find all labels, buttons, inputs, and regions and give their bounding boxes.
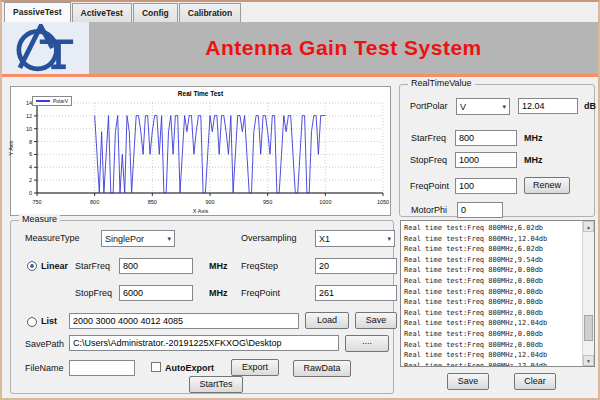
rtv-freqpoint-label: FreqPoint xyxy=(410,181,449,191)
oversampling-select[interactable]: X1 ▾ xyxy=(315,230,395,247)
tab-passivetest[interactable]: PassiveTest xyxy=(4,2,71,22)
autoexport-checkbox[interactable] xyxy=(151,362,161,372)
log-scrollbar[interactable]: ▲ ▼ xyxy=(582,221,594,366)
chart-panel: 7508008509009501000105002468101214 Real … xyxy=(10,86,391,216)
log-line: Real time test:Freq 800MHz,0.00db xyxy=(404,329,580,340)
starttest-button[interactable]: StartTes xyxy=(189,376,243,393)
log-line: Real time test:Freq 800MHz,0.00db xyxy=(404,297,580,308)
freqstep-field[interactable] xyxy=(315,258,397,274)
chart-y-axis-label: Y Axis xyxy=(8,140,14,155)
tab-activetest[interactable]: ActiveTest xyxy=(72,3,132,22)
tab-bar: PassiveTest ActiveTest Config Calibratio… xyxy=(2,2,598,22)
chevron-down-icon: ▾ xyxy=(164,235,174,243)
list-radio[interactable] xyxy=(27,317,37,327)
svg-text:850: 850 xyxy=(148,199,157,205)
measure-stopfreq-field[interactable] xyxy=(119,285,193,301)
tab-config[interactable]: Config xyxy=(133,3,178,22)
realtimevalue-group: RealTimeValue PortPolar V ▾ dB StarFreq … xyxy=(399,84,595,217)
portpolar-select[interactable]: V ▾ xyxy=(456,98,510,115)
chevron-down-icon: ▾ xyxy=(384,235,394,243)
rtv-starfreq-unit: MHz xyxy=(524,133,543,143)
svg-text:2: 2 xyxy=(29,177,32,183)
svg-text:4: 4 xyxy=(29,164,32,170)
measure-stopfreq-label: StopFreq xyxy=(75,288,112,298)
log-line: Real time test:Freq 800MHz,0.00db xyxy=(404,265,580,276)
rtv-freqpoint-field[interactable] xyxy=(455,178,517,194)
svg-text:12: 12 xyxy=(26,113,32,119)
app-title: Antenna Gain Test System xyxy=(205,36,482,60)
freqstep-label: FreqStep xyxy=(241,261,278,271)
svg-text:0: 0 xyxy=(29,190,32,196)
svg-text:8: 8 xyxy=(29,139,32,145)
oversampling-label: Oversampling xyxy=(241,233,297,243)
filename-field[interactable] xyxy=(69,360,135,376)
log-line: Real time test:Freq 800MHz,0.00db xyxy=(404,308,580,319)
measuretype-select[interactable]: SinglePor ▾ xyxy=(101,230,175,247)
log-line: Real time test:Freq 800MHz,12.04db xyxy=(404,350,580,361)
realtime-chart: 7508008509009501000105002468101214 xyxy=(11,87,390,215)
realtimevalue-group-label: RealTimeValue xyxy=(408,78,475,88)
log-save-button[interactable]: Save xyxy=(447,373,489,390)
measure-group: Measure MeasureType SinglePor ▾ Oversamp… xyxy=(10,220,394,394)
svg-text:800: 800 xyxy=(90,199,99,205)
log-line: Real time test:Freq 800MHz,0.00db xyxy=(404,340,580,351)
chart-legend: PolarV xyxy=(32,96,72,106)
log-clear-button[interactable]: Clear xyxy=(514,373,556,390)
rtv-starfreq-label: StarFreq xyxy=(411,133,446,143)
svg-text:1000: 1000 xyxy=(319,199,331,205)
log-line: Real time test:Freq 800MHz,6.02db xyxy=(404,223,580,234)
export-button[interactable]: Export xyxy=(231,359,279,376)
chart-x-axis-label: X Axis xyxy=(11,208,390,214)
rawdata-button[interactable]: RawData xyxy=(293,360,351,377)
svg-text:750: 750 xyxy=(32,199,41,205)
autoexport-label: AutoExport xyxy=(165,363,214,373)
list-load-button[interactable]: Load xyxy=(305,312,349,329)
log-panel: Real time test:Freq 800MHz,6.02dbReal ti… xyxy=(400,220,595,367)
measure-stopfreq-unit: MHz xyxy=(209,288,228,298)
measure-starfreq-field[interactable] xyxy=(119,258,193,274)
measuretype-value: SinglePor xyxy=(105,234,144,244)
svg-text:900: 900 xyxy=(205,199,214,205)
agt-logo-icon xyxy=(10,24,82,72)
renew-button[interactable]: Renew xyxy=(524,177,570,194)
accent-bar xyxy=(2,74,598,77)
list-freq-field[interactable] xyxy=(69,313,299,329)
portpolar-value: V xyxy=(460,102,466,112)
log-line: Real time test:Freq 800MHz,12.04db xyxy=(404,234,580,245)
tab-calibration[interactable]: Calibration xyxy=(179,3,241,22)
rtv-stopfreq-unit: MHz xyxy=(524,155,543,165)
legend-line-swatch xyxy=(36,100,50,102)
measure-group-label: Measure xyxy=(19,214,60,224)
rtv-starfreq-field[interactable] xyxy=(455,130,517,146)
scroll-up-icon[interactable]: ▲ xyxy=(583,221,594,232)
log-line: Real time test:Freq 800MHz,12.04db xyxy=(404,361,580,366)
rtv-stopfreq-field[interactable] xyxy=(455,152,517,168)
measuretype-label: MeasureType xyxy=(25,233,80,243)
measure-starfreq-label: StarFreq xyxy=(75,261,110,271)
log-line: Real time test:Freq 800MHz,0.00db xyxy=(404,276,580,287)
log-line: Real time test:Freq 800MHz,9.54db xyxy=(404,255,580,266)
log-output[interactable]: Real time test:Freq 800MHz,6.02dbReal ti… xyxy=(404,223,580,366)
linear-radio[interactable] xyxy=(27,261,37,271)
app-window: PassiveTest ActiveTest Config Calibratio… xyxy=(0,0,600,400)
browse-button[interactable]: .... xyxy=(345,335,389,352)
rtv-stopfreq-label: StopFreq xyxy=(410,155,447,165)
legend-label: PolarV xyxy=(53,98,68,104)
scroll-down-icon[interactable]: ▼ xyxy=(583,355,594,366)
linear-label: Linear xyxy=(41,261,68,271)
savepath-field[interactable] xyxy=(69,335,339,351)
portpolar-label: PortPolar xyxy=(410,101,448,111)
measure-freqpoint-label: FreqPoint xyxy=(241,288,280,298)
scrollbar-thumb[interactable] xyxy=(584,315,593,341)
list-label: List xyxy=(41,316,57,326)
app-logo xyxy=(2,22,89,74)
log-line: Real time test:Freq 800MHz,12.04db xyxy=(404,318,580,329)
savepath-label: SavePath xyxy=(25,339,64,349)
motorphi-field[interactable] xyxy=(457,202,503,218)
measure-freqpoint-field[interactable] xyxy=(315,285,397,301)
list-save-button[interactable]: Save xyxy=(355,312,397,329)
gain-field[interactable] xyxy=(518,98,578,114)
log-line: Real time test:Freq 800MHz,0.00db xyxy=(404,287,580,298)
svg-text:10: 10 xyxy=(26,126,32,132)
svg-text:950: 950 xyxy=(263,199,272,205)
